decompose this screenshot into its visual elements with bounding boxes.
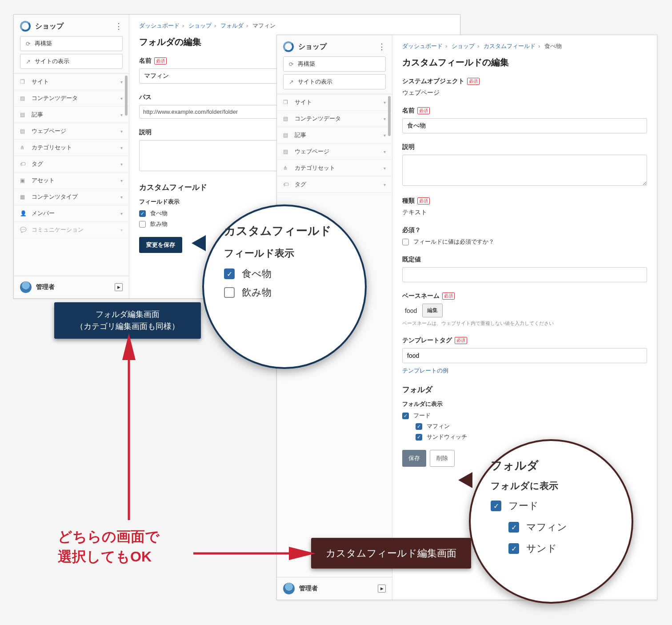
tmpltag-input[interactable] (402, 348, 647, 363)
default-input[interactable] (402, 267, 647, 282)
save-button[interactable]: 保存 (402, 450, 426, 467)
basename-edit-button[interactable]: 編集 (422, 304, 443, 317)
crumb-link[interactable]: ショップ (452, 43, 475, 49)
description-label: 説明 (139, 128, 152, 136)
crumb-link[interactable]: ショップ (188, 22, 212, 29)
chevron-down-icon: ▾ (120, 178, 123, 183)
nav-item[interactable]: ❐サイト▾ (277, 94, 392, 111)
article-icon: ▤ (283, 132, 291, 138)
workspace-title: ショップ (298, 42, 373, 52)
rebuild-button[interactable]: ⟳再構築 (20, 36, 123, 51)
chevron-down-icon: ▾ (120, 96, 123, 101)
default-label: 既定値 (402, 256, 421, 264)
rebuild-button[interactable]: ⟳再構築 (283, 56, 386, 72)
crumb-link[interactable]: ダッシュボード (402, 43, 443, 49)
nav-item[interactable]: ▤コンテンツデータ▾ (277, 111, 392, 127)
save-button[interactable]: 変更を保存 (139, 237, 182, 253)
crumb-link[interactable]: ダッシュボード (139, 22, 180, 29)
folder-heading: フォルダ (402, 385, 647, 395)
nav-item[interactable]: ▦コンテンツタイプ▾ (14, 189, 129, 205)
chat-icon: 💬 (20, 227, 28, 233)
checkbox-icon[interactable] (416, 423, 422, 430)
menu-dots-icon[interactable]: ⋮ (378, 42, 386, 52)
bubble-heading: フォルダ (491, 458, 612, 473)
breadcrumb: ダッシュボード› ショップ› フォルダ› マフィン (139, 22, 450, 30)
checkbox-icon (224, 287, 235, 298)
sidebar-nav: ❐サイト▾ ▤コンテンツデータ▾ ▤記事▾ ▤ウェブページ▾ ⋔カテゴリセット▾… (14, 73, 129, 238)
zoom-bubble-customfield: フォルダ フォルダに表示 フード マフィン サンド (469, 439, 633, 604)
name-input[interactable] (402, 118, 647, 133)
checkbox-label: サンド (526, 542, 557, 555)
external-icon: ↗ (25, 58, 31, 64)
nav-item[interactable]: 🏷タグ▾ (277, 176, 392, 193)
rebuild-label: 再構築 (35, 40, 52, 48)
checkbox-label: 飲み物 (242, 286, 272, 299)
breadcrumb: ダッシュボード› ショップ› カスタムフィールド› 食べ物 (402, 42, 647, 50)
required-badge: 必須 (417, 107, 430, 114)
checkbox-label: 飲み物 (150, 220, 168, 228)
nav-item[interactable]: ▣アセット▾ (14, 172, 129, 189)
checkbox-icon[interactable] (402, 239, 409, 245)
checkbox-icon[interactable] (139, 221, 146, 228)
nav-item[interactable]: ❐サイト▾ (14, 74, 129, 90)
page-icon: ▤ (283, 148, 291, 155)
grid-icon: ▦ (20, 194, 28, 200)
collapse-sidebar-button[interactable]: ▶ (115, 283, 123, 291)
crumb-link[interactable]: フォルダ (220, 22, 244, 29)
sidebar-footer: 管理者 ▶ (277, 577, 392, 600)
nav-item[interactable]: ▤コンテンツデータ▾ (14, 90, 129, 107)
checkbox-label: 食べ物 (242, 267, 272, 280)
sidebar-nav: ❐サイト▾ ▤コンテンツデータ▾ ▤記事▾ ▤ウェブページ▾ ⋔カテゴリセット▾… (277, 94, 392, 193)
zoom-bubble-folder: カスタムフィールド フィールド表示 食べ物 飲み物 (202, 204, 367, 369)
callout-customfield-edit: カスタムフィールド編集画面 (311, 538, 471, 569)
tmpltag-label: テンプレートタグ (402, 337, 452, 345)
nav-item[interactable]: ▤記事▾ (277, 127, 392, 144)
chevron-down-icon: ▾ (384, 182, 386, 187)
view-site-button[interactable]: ↗サイトの表示 (20, 54, 123, 69)
menu-dots-icon[interactable]: ⋮ (115, 21, 123, 31)
tag-icon: 🏷 (20, 161, 28, 167)
nav-item[interactable]: ▤ウェブページ▾ (14, 123, 129, 140)
checkbox-icon[interactable] (139, 210, 146, 217)
nav-item[interactable]: 💬コミュニケーション▾ (14, 222, 129, 238)
description-textarea[interactable] (402, 155, 647, 186)
tag-icon: 🏷 (283, 181, 291, 188)
checkbox-label: マフィン (526, 521, 567, 534)
copy-icon: ❐ (283, 99, 291, 105)
nav-item[interactable]: ▤記事▾ (14, 107, 129, 123)
folder-checkbox-row[interactable]: サンドウィッチ (416, 433, 647, 441)
nav-item[interactable]: ⋔カテゴリセット▾ (277, 160, 392, 176)
list-icon: ▤ (283, 116, 291, 122)
required-checkbox-row[interactable]: フィールドに値は必須ですか？ (402, 238, 647, 246)
crumb-link[interactable]: カスタムフィールド (484, 43, 536, 49)
template-example-link[interactable]: テンプレートの例 (402, 367, 448, 374)
checkbox-icon (508, 522, 519, 533)
delete-button[interactable]: 削除 (430, 450, 455, 467)
avatar-icon (20, 281, 32, 293)
folder-display-label: フォルダに表示 (402, 400, 647, 408)
nav-item[interactable]: 🏷タグ▾ (14, 156, 129, 172)
chevron-down-icon: ▾ (384, 149, 386, 154)
checkbox-label: フード (413, 412, 431, 420)
nav-item[interactable]: 👤メンバー▾ (14, 205, 129, 222)
user-name: 管理者 (299, 585, 318, 593)
checkbox-icon[interactable] (402, 413, 409, 419)
required-help: フィールドに値は必須ですか？ (413, 238, 494, 246)
checkbox-label: サンドウィッチ (427, 433, 467, 441)
copy-icon: ❐ (20, 79, 28, 85)
nav-item[interactable]: ⋔カテゴリセット▾ (14, 140, 129, 156)
checkbox-icon[interactable] (416, 434, 422, 441)
nav-item[interactable]: ▤ウェブページ▾ (277, 144, 392, 160)
chevron-down-icon: ▾ (120, 228, 123, 232)
chevron-down-icon: ▾ (120, 129, 123, 134)
bubble-heading: カスタムフィールド (224, 223, 345, 239)
checkbox-label: マフィン (427, 422, 450, 430)
folder-checkbox-row[interactable]: フード (402, 412, 647, 420)
app-logo-icon (283, 41, 294, 52)
view-site-button[interactable]: ↗サイトの表示 (283, 74, 386, 89)
checkbox-label: 食べ物 (150, 209, 168, 217)
folder-checkbox-row[interactable]: マフィン (416, 422, 647, 430)
required-badge: 必須 (442, 292, 455, 300)
collapse-sidebar-button[interactable]: ▶ (378, 585, 386, 593)
chevron-down-icon: ▾ (384, 133, 386, 138)
